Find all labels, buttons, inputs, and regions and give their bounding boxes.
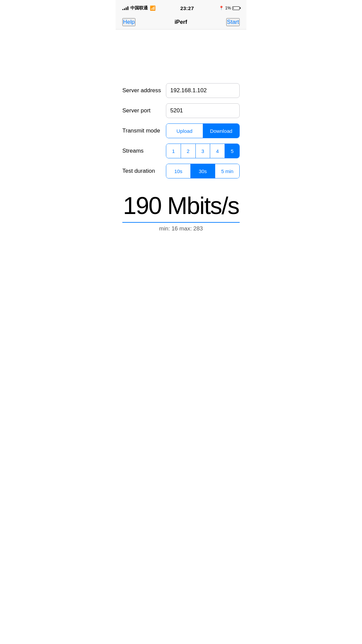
duration-30s-option[interactable]: 30s (191, 164, 215, 178)
main-content: Server address Server port Transmit mode… (116, 30, 246, 232)
carrier-name: 中国联通 (130, 5, 148, 11)
server-address-row: Server address (122, 83, 240, 98)
status-time: 23:27 (180, 5, 194, 11)
server-address-label: Server address (122, 87, 166, 94)
streams-row: Streams 1 2 3 4 5 (122, 144, 240, 158)
result-section: 190 Mbits/s min: 16 max: 283 (122, 192, 240, 232)
result-minmax: min: 16 max: 283 (159, 225, 203, 232)
stream-5-option[interactable]: 5 (225, 144, 239, 158)
location-icon: 📍 (219, 6, 224, 10)
transmit-mode-row: Transmit mode Upload Download (122, 123, 240, 138)
duration-control: 10s 30s 5 min (166, 164, 240, 178)
battery-percent: 1% (225, 6, 231, 10)
help-button[interactable]: Help (122, 18, 135, 26)
stream-3-option[interactable]: 3 (196, 144, 210, 158)
stream-2-option[interactable]: 2 (181, 144, 196, 158)
wifi-icon: 📶 (150, 5, 156, 11)
stream-4-option[interactable]: 4 (210, 144, 225, 158)
status-left: 中国联通 📶 (122, 5, 156, 11)
duration-5min-option[interactable]: 5 min (215, 164, 239, 178)
streams-control: 1 2 3 4 5 (166, 144, 240, 158)
transmit-mode-control: Upload Download (166, 123, 240, 138)
duration-10s-option[interactable]: 10s (166, 164, 191, 178)
server-port-input[interactable] (166, 103, 240, 118)
server-port-row: Server port (122, 103, 240, 118)
test-duration-label: Test duration (122, 168, 166, 174)
transmit-mode-label: Transmit mode (122, 127, 166, 134)
result-divider (122, 222, 240, 223)
signal-icon (122, 6, 128, 10)
status-right: 📍 1% (219, 6, 240, 10)
download-option[interactable]: Download (203, 124, 240, 138)
server-port-label: Server port (122, 107, 166, 114)
upload-option[interactable]: Upload (166, 124, 203, 138)
server-address-input[interactable] (166, 83, 240, 98)
result-speed: 190 Mbits/s (123, 192, 239, 219)
status-bar: 中国联通 📶 23:27 📍 1% (116, 0, 246, 15)
start-button[interactable]: Start (226, 18, 240, 26)
nav-bar: Help iPerf Start (116, 15, 246, 30)
battery-icon (232, 6, 240, 10)
test-duration-row: Test duration 10s 30s 5 min (122, 164, 240, 178)
streams-label: Streams (122, 148, 166, 154)
stream-1-option[interactable]: 1 (166, 144, 181, 158)
app-title: iPerf (175, 19, 187, 25)
